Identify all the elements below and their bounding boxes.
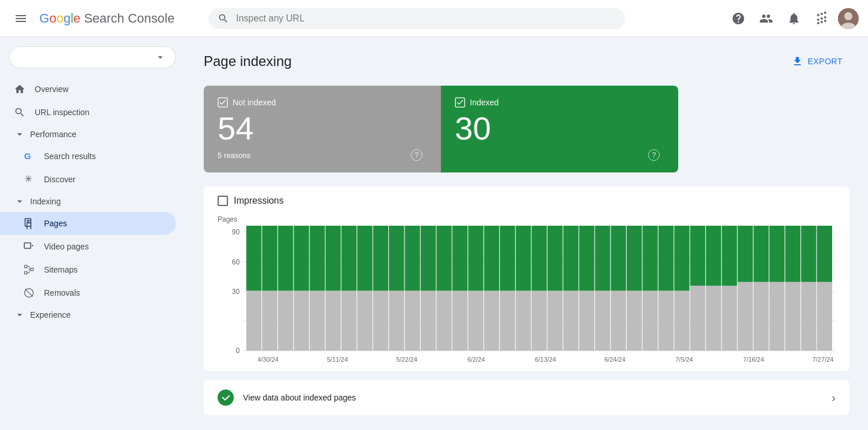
svg-rect-38 xyxy=(326,226,341,291)
sidebar-item-removals[interactable]: Removals xyxy=(0,281,176,304)
svg-rect-73 xyxy=(611,291,626,351)
svg-text:6/13/24: 6/13/24 xyxy=(535,356,556,363)
svg-rect-97 xyxy=(801,282,816,351)
property-selector[interactable] xyxy=(9,46,176,68)
sidebar-item-video-pages[interactable]: Video pages xyxy=(0,235,176,258)
svg-rect-53 xyxy=(453,291,468,351)
svg-rect-69 xyxy=(579,291,594,351)
svg-rect-98 xyxy=(801,226,816,282)
view-indexed-pages-card[interactable]: View data about indexed pages › xyxy=(204,380,849,415)
search-icon xyxy=(218,13,229,24)
svg-rect-33 xyxy=(294,291,309,351)
svg-rect-96 xyxy=(785,226,800,282)
not-indexed-count: 54 xyxy=(218,112,422,145)
impressions-label: Impressions xyxy=(234,196,284,206)
svg-rect-99 xyxy=(817,282,832,351)
svg-rect-93 xyxy=(770,282,785,351)
accounts-button[interactable] xyxy=(755,7,778,30)
avatar[interactable] xyxy=(838,8,859,29)
sidebar-item-label: Sitemaps xyxy=(44,265,78,274)
not-indexed-header: Not indexed xyxy=(218,97,422,108)
svg-rect-5 xyxy=(25,219,31,226)
sidebar-item-pages[interactable]: Pages xyxy=(0,212,176,235)
svg-rect-74 xyxy=(611,226,626,291)
apps-button[interactable] xyxy=(810,7,833,30)
sidebar-item-label: Overview xyxy=(35,84,68,94)
svg-rect-77 xyxy=(642,291,657,351)
svg-text:5/11/24: 5/11/24 xyxy=(327,356,348,363)
google-g-icon: G xyxy=(23,150,35,162)
svg-rect-56 xyxy=(468,226,483,291)
experience-section-header[interactable]: Experience xyxy=(0,304,185,325)
svg-rect-41 xyxy=(357,291,372,351)
notifications-button[interactable] xyxy=(782,7,806,30)
indexed-checkbox-icon xyxy=(455,97,465,108)
svg-rect-86 xyxy=(706,226,721,286)
svg-rect-75 xyxy=(627,291,642,351)
url-inspect-input[interactable] xyxy=(236,13,616,24)
svg-text:7/27/24: 7/27/24 xyxy=(812,356,833,363)
sidebar-item-overview[interactable]: Overview xyxy=(0,78,176,101)
not-indexed-footer: 5 reasons ? xyxy=(218,149,422,161)
svg-rect-61 xyxy=(516,291,531,351)
svg-text:5/22/24: 5/22/24 xyxy=(396,356,417,363)
svg-rect-83 xyxy=(690,286,705,351)
chevron-down-small-icon xyxy=(14,128,25,140)
sidebar-item-label: Discover xyxy=(44,175,75,184)
svg-rect-66 xyxy=(547,226,562,291)
download-icon xyxy=(792,56,803,67)
svg-rect-62 xyxy=(516,226,531,291)
logo-e: e xyxy=(73,11,80,25)
indexing-section-label: Indexing xyxy=(30,197,61,206)
svg-rect-45 xyxy=(389,291,404,351)
svg-rect-40 xyxy=(341,226,356,291)
svg-rect-31 xyxy=(278,291,293,351)
svg-text:90: 90 xyxy=(232,228,240,236)
main-content: Page indexing EXPORT Not indexed 54 5 re… xyxy=(185,37,868,430)
indexed-help-button[interactable]: ? xyxy=(648,149,660,161)
indexed-header: Indexed xyxy=(455,97,660,108)
svg-text:30: 30 xyxy=(232,288,240,296)
sidebar-item-label: URL inspection xyxy=(35,108,89,117)
sidebar-item-label: Video pages xyxy=(44,242,89,251)
sidebar-item-url-inspection[interactable]: URL inspection xyxy=(0,101,176,124)
sidebar-item-sitemaps[interactable]: Sitemaps xyxy=(0,258,176,281)
svg-text:0: 0 xyxy=(236,347,240,355)
check-icon xyxy=(221,393,230,402)
svg-rect-12 xyxy=(25,271,27,274)
svg-rect-59 xyxy=(500,291,515,351)
home-icon xyxy=(14,83,25,95)
performance-section-label: Performance xyxy=(30,130,76,139)
svg-rect-44 xyxy=(373,226,388,291)
green-check-circle xyxy=(218,389,234,406)
svg-rect-60 xyxy=(500,226,515,291)
svg-rect-29 xyxy=(262,291,277,351)
indexed-count: 30 xyxy=(455,112,660,145)
svg-rect-48 xyxy=(405,226,420,291)
indexing-section-header[interactable]: Indexing xyxy=(0,191,185,212)
sidebar-item-search-results[interactable]: G Search results xyxy=(0,145,176,168)
not-indexed-help-button[interactable]: ? xyxy=(411,149,422,161)
sidebar-item-label: Removals xyxy=(44,288,80,297)
svg-rect-100 xyxy=(817,226,832,282)
hamburger-icon[interactable] xyxy=(9,7,32,30)
svg-rect-36 xyxy=(310,226,325,291)
help-button[interactable] xyxy=(727,7,750,30)
svg-rect-32 xyxy=(278,226,293,291)
svg-rect-13 xyxy=(31,269,33,271)
svg-rect-72 xyxy=(595,226,610,291)
svg-rect-35 xyxy=(310,291,325,351)
export-button[interactable]: EXPORT xyxy=(785,51,849,72)
page-title: Page indexing xyxy=(204,53,292,69)
svg-rect-68 xyxy=(563,226,578,291)
sidebar-item-discover[interactable]: ✳ Discover xyxy=(0,168,176,191)
svg-rect-50 xyxy=(421,226,436,291)
logo-rest: Search Console xyxy=(80,11,175,25)
svg-rect-10 xyxy=(25,243,31,248)
svg-rect-82 xyxy=(674,226,689,291)
impressions-checkbox[interactable] xyxy=(218,196,228,206)
svg-rect-57 xyxy=(484,291,499,351)
svg-rect-76 xyxy=(627,226,642,291)
performance-section-header[interactable]: Performance xyxy=(0,124,185,145)
logo-o2: o xyxy=(56,11,63,25)
